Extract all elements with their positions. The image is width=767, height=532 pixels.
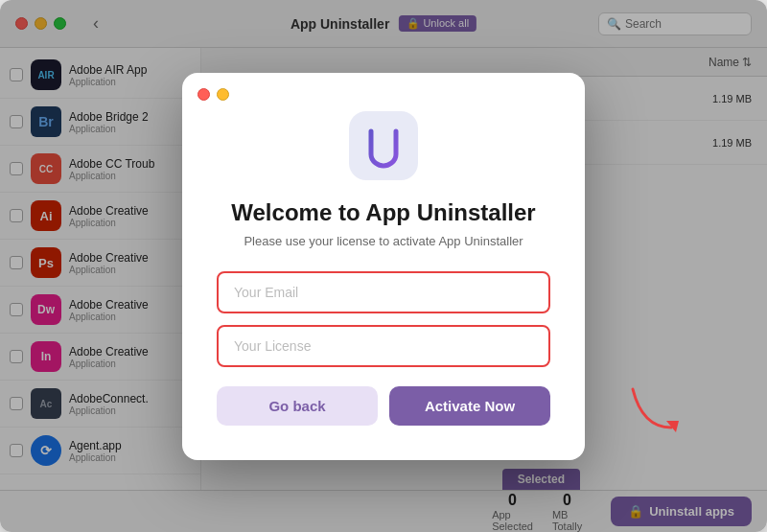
activate-button[interactable]: Activate Now xyxy=(389,386,550,426)
modal-close-button[interactable] xyxy=(198,88,210,101)
modal-traffic-lights xyxy=(198,88,229,101)
activation-modal: Welcome to App Uninstaller Please use yo… xyxy=(182,73,585,460)
main-window: ‹ App Uninstaller 🔒 Unlock all 🔍 AIR Ado… xyxy=(0,0,767,532)
modal-app-icon xyxy=(349,111,418,180)
modal-overlay: Welcome to App Uninstaller Please use yo… xyxy=(0,0,767,532)
arrow-icon xyxy=(623,380,690,437)
email-field[interactable] xyxy=(217,271,550,313)
go-back-button[interactable]: Go back xyxy=(217,386,378,426)
modal-title: Welcome to App Uninstaller xyxy=(231,199,535,226)
modal-subtitle: Please use your license to activate App … xyxy=(244,234,523,248)
arrow-container xyxy=(623,380,690,441)
app-uninstaller-icon xyxy=(360,122,407,170)
modal-min-button[interactable] xyxy=(217,88,229,101)
modal-buttons: Go back Activate Now xyxy=(217,386,550,426)
license-field[interactable] xyxy=(217,325,550,367)
